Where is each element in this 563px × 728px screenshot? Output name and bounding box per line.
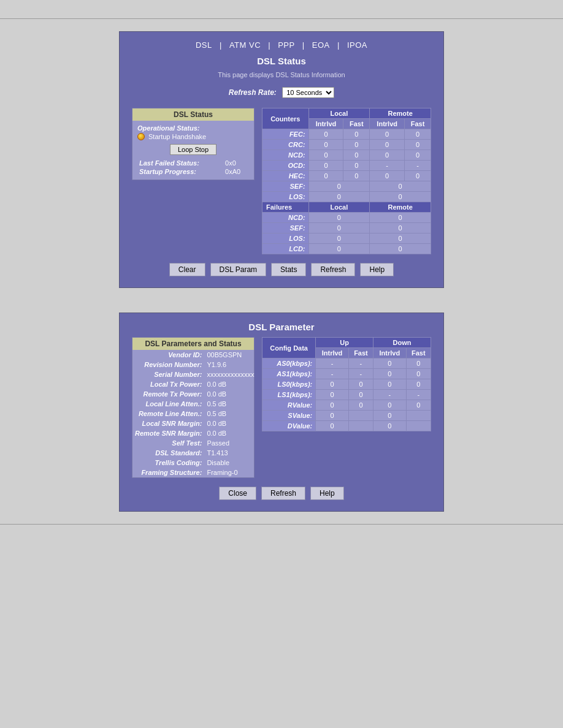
table-row: Local Line Atten.: 0.5 dB <box>132 399 256 409</box>
table-row: DValue: 0 0 <box>262 421 431 431</box>
param-label: Local Line Atten.: <box>132 399 204 409</box>
param-refresh-button[interactable]: Refresh <box>261 487 305 500</box>
param-value: 0.5 dB <box>204 399 256 409</box>
table-row: AS0(kbps): - - 0 0 <box>262 358 431 369</box>
los-local: 0 <box>308 192 370 202</box>
dsl-param-button[interactable]: DSL Param <box>210 263 267 276</box>
param-label: Self Test: <box>132 438 204 448</box>
config-up-intrlvd: 0 <box>316 379 349 390</box>
param-label: Framing Structure: <box>132 468 204 477</box>
counter-remote-fast: - <box>405 161 431 171</box>
dsl-status-box: DSL Status Operational Status: Startup H… <box>132 108 255 180</box>
failure-label: SEF: <box>262 223 309 233</box>
failure-local: 0 <box>308 244 370 254</box>
table-row: OCD: 0 0 - - <box>262 161 431 171</box>
intrlvd-header-remote: Intrlvd <box>370 119 405 129</box>
config-label: AS1(kbps): <box>262 369 316 379</box>
param-label: Local SNR Margin: <box>132 419 204 428</box>
refresh-rate-select[interactable]: 10 Seconds 30 Seconds 60 Seconds <box>282 87 334 98</box>
counter-local-intrlvd: 0 <box>308 129 343 140</box>
table-row: FEC: 0 0 0 0 <box>262 129 431 140</box>
dsl-status-box-title: DSL Status <box>132 108 254 121</box>
param-label: Remote Tx Power: <box>132 389 204 399</box>
counter-remote-fast: 0 <box>405 150 431 161</box>
startup-progress-value: 0xA0 <box>223 167 249 176</box>
nav-eoa[interactable]: EOA <box>312 40 330 50</box>
operational-status-text: Startup Handshake <box>148 133 206 140</box>
param-help-button[interactable]: Help <box>310 487 344 500</box>
param-value: Disable <box>204 458 256 468</box>
config-down-intrlvd: 0 <box>373 369 407 379</box>
startup-progress-label: Startup Progress: <box>137 167 223 176</box>
param-left: DSL Parameters and Status Vendor ID: 00B… <box>132 337 255 478</box>
counter-remote-intrlvd: 0 <box>370 140 405 150</box>
counter-remote-fast: 0 <box>405 171 431 181</box>
config-header-row: Config Data Up Down <box>262 338 431 348</box>
nav-sep3: | <box>302 40 307 50</box>
sef-label: SEF: <box>262 181 309 192</box>
config-down-intrlvd: 0 <box>373 358 407 369</box>
fast-header-remote: Fast <box>405 119 431 129</box>
counter-label: NCD: <box>262 150 309 161</box>
config-down-fast <box>406 411 431 421</box>
nav-dsl[interactable]: DSL <box>196 40 212 50</box>
param-value: T1.413 <box>204 448 256 458</box>
failures-header-row: Failures Local Remote <box>262 202 431 213</box>
nav-ipoa[interactable]: IPOA <box>347 40 367 50</box>
counter-local-fast: 0 <box>343 161 370 171</box>
table-row: Framing Structure: Framing-0 <box>132 468 256 477</box>
counter-local-intrlvd: 0 <box>308 150 343 161</box>
los-label: LOS: <box>262 192 309 202</box>
help-button[interactable]: Help <box>360 263 394 276</box>
param-label: Trellis Coding: <box>132 458 204 468</box>
config-label: AS0(kbps): <box>262 358 316 369</box>
failures-local-header: Local <box>308 202 370 213</box>
failure-label: LOS: <box>262 233 309 244</box>
param-label: Revision Number: <box>132 360 204 370</box>
refresh-button[interactable]: Refresh <box>311 263 355 276</box>
config-down-intrlvd: - <box>373 390 407 400</box>
stats-button[interactable]: Stats <box>271 263 306 276</box>
table-row: LS1(kbps): 0 0 - - <box>262 390 431 400</box>
config-up-fast: - <box>348 369 373 379</box>
table-row: Startup Progress: 0xA0 <box>137 167 249 176</box>
param-value: 0.5 dB <box>204 409 256 419</box>
panel-nav: DSL | ATM VC | PPP | EOA | IPOA <box>132 40 431 50</box>
counter-remote-intrlvd: 0 <box>370 171 405 181</box>
nav-ppp[interactable]: PPP <box>278 40 295 50</box>
param-value: 0.0 dB <box>204 389 256 399</box>
down-fast-header: Fast <box>406 348 431 358</box>
counter-local-intrlvd: 0 <box>308 161 343 171</box>
counter-remote-fast: 0 <box>405 140 431 150</box>
local-header: Local <box>308 108 370 119</box>
table-row: SEF: 0 0 <box>262 223 431 233</box>
config-up-intrlvd: 0 <box>316 390 349 400</box>
failure-label: LCD: <box>262 244 309 254</box>
remote-header: Remote <box>370 108 431 119</box>
table-row: Self Test: Passed <box>132 438 256 448</box>
table-row: RValue: 0 0 0 0 <box>262 400 431 411</box>
dsl-param-title: DSL Parameter <box>132 322 431 332</box>
close-button[interactable]: Close <box>219 487 256 500</box>
counter-remote-intrlvd: - <box>370 161 405 171</box>
config-down-fast: - <box>406 390 431 400</box>
param-value: Y1.9.6 <box>204 360 256 370</box>
counter-label: FEC: <box>262 129 309 140</box>
nav-atmvc[interactable]: ATM VC <box>229 40 261 50</box>
config-up-intrlvd: 0 <box>316 421 349 431</box>
sef-remote: 0 <box>370 181 431 192</box>
refresh-rate-label: Refresh Rate: <box>229 88 277 97</box>
dsl-status-buttons: Clear DSL Param Stats Refresh Help <box>132 263 431 276</box>
table-row: Vendor ID: 00B5GSPN <box>132 350 256 360</box>
param-value: 0.0 dB <box>204 419 256 428</box>
loop-stop-button[interactable]: Loop Stop <box>170 144 216 155</box>
config-down-fast: 0 <box>406 379 431 390</box>
status-dot-icon <box>137 133 145 140</box>
config-down-fast: 0 <box>406 400 431 411</box>
param-info-table: Vendor ID: 00B5GSPN Revision Number: Y1.… <box>132 350 256 477</box>
refresh-rate-row: Refresh Rate: 10 Seconds 30 Seconds 60 S… <box>132 87 431 98</box>
param-buttons: Close Refresh Help <box>132 487 431 500</box>
clear-button[interactable]: Clear <box>169 263 205 276</box>
nav-sep4: | <box>337 40 342 50</box>
counter-remote-fast: 0 <box>405 129 431 140</box>
